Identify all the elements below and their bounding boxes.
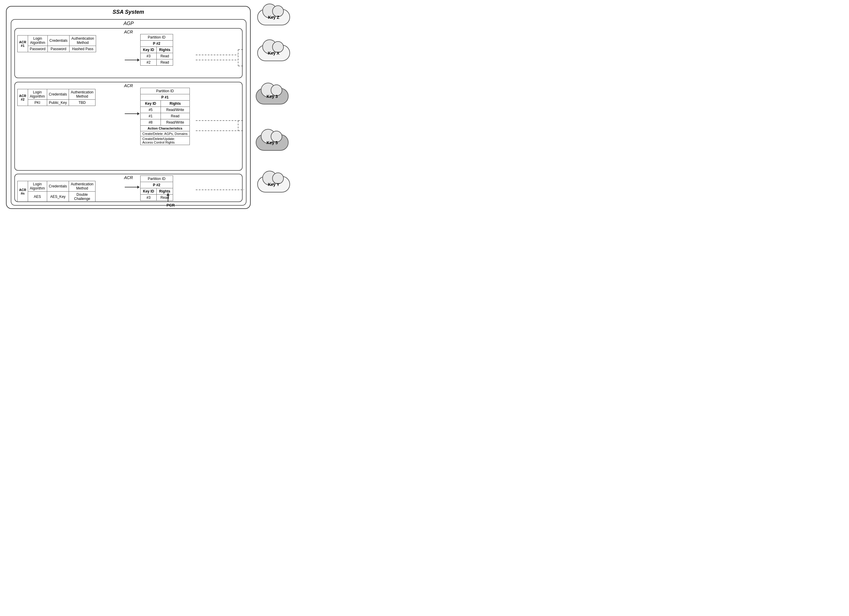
acr2-v3: TBD: [69, 100, 95, 106]
acr1-h2: Credentials: [48, 36, 70, 46]
cloud-key5-label: Key 5: [267, 140, 277, 145]
p1-sub: P #2: [140, 40, 173, 47]
acr3-h1: LoginAlgorithm: [28, 181, 47, 192]
acr3-v2: AES_Key: [47, 192, 69, 202]
p2-col2: Rights: [161, 101, 189, 107]
partition1-table: Partition ID P #2 Key ID Rights #3 Read …: [140, 34, 173, 66]
p2-row2-right: Read: [161, 113, 189, 119]
acr3-h2: Credentials: [47, 181, 69, 192]
acr2-h3: AuthenticationMethod: [69, 89, 95, 100]
p2-action2: Create/Delete/Update:Access Control Righ…: [140, 136, 190, 145]
partition2-table: Partition ID P #1 Key ID Rights #5 Read/…: [140, 88, 190, 145]
p1-row2-id: #2: [140, 60, 157, 66]
acr3-id: ACR#n: [18, 181, 28, 202]
cloud-keyz-label: Key Z: [268, 15, 279, 20]
p1-col1: Key ID: [140, 47, 157, 53]
acr1-table-wrap: ACR#1 LoginAlgorithm Credentials Authent…: [17, 35, 96, 52]
cloud-keyz: Key Z: [257, 9, 290, 25]
acr1-v2: Password: [48, 46, 70, 52]
main-title: SSA System: [7, 7, 250, 16]
acr-row-1: ACR ACR#1 LoginAlgorithm Credentials Aut…: [14, 28, 243, 78]
acr1-h1: LoginAlgorithm: [28, 36, 48, 46]
p2-row1-right: Read/Write: [161, 107, 189, 113]
pcr-arrow: [164, 193, 173, 203]
acr3-h3: AuthenticationMethod: [69, 181, 95, 192]
cloud-keyy-label: Key Y: [268, 182, 280, 187]
acr3-title: ACR: [15, 174, 242, 181]
pcr-label: PCR: [167, 203, 174, 207]
main-container: SSA System AGP ACR ACR#1 LoginAlgorithm …: [6, 6, 251, 209]
p1-row2-right: Read: [157, 60, 173, 66]
acr2-v2: Public_Key: [47, 100, 69, 106]
cloud-keyx: Key X: [257, 45, 290, 61]
cloud-key3-label: Key 3: [267, 94, 277, 99]
arrow2-line: [125, 113, 137, 114]
p2-action1: Create/Delete: AGPs, Domains: [140, 131, 190, 136]
cloud-key5: Key 5: [256, 134, 289, 151]
arrow3: [125, 186, 140, 189]
p2-row2-id: #1: [140, 113, 161, 119]
p1-title: Partition ID: [140, 34, 173, 40]
acr1-table: ACR#1 LoginAlgorithm Credentials Authent…: [17, 35, 96, 52]
cloud-keyy: Key Y: [257, 176, 290, 192]
arrow3-line: [125, 187, 137, 188]
p2-action-title: Action Characteristics: [140, 126, 190, 131]
agp-container: AGP ACR ACR#1 LoginAlgorithm Credentials…: [11, 19, 246, 206]
p1-row1-id: #3: [140, 53, 157, 60]
acr3-table: ACR#n LoginAlgorithm Credentials Authent…: [17, 181, 95, 202]
acr2-v1: PKI: [28, 100, 47, 106]
arrow1-line: [125, 60, 137, 60]
acr1-h3: AuthenticationMethod: [70, 36, 96, 46]
partition2-wrap: Partition ID P #1 Key ID Rights #5 Read/…: [140, 88, 190, 145]
p2-row3-id: #8: [140, 119, 161, 126]
p1-col2: Rights: [157, 47, 173, 53]
acr2-h1: LoginAlgorithm: [28, 89, 47, 100]
acr-row-2: ACR ACR#2 LoginAlgorithm Credentials Aut…: [14, 82, 243, 171]
p3-col1: Key ID: [140, 188, 157, 195]
acr2-table-wrap: ACR#2 LoginAlgorithm Credentials Authent…: [17, 89, 95, 106]
p1-row1-right: Read: [157, 53, 173, 60]
p2-row1-id: #5: [140, 107, 161, 113]
acr3-v1: AES: [28, 192, 47, 202]
p3-title: Partition ID: [140, 176, 173, 182]
acr1-title: ACR: [15, 29, 242, 35]
acr1-v1: Password: [28, 46, 48, 52]
agp-title: AGP: [11, 20, 246, 27]
acr1-v3: Hashed Pass: [70, 46, 96, 52]
p2-col1: Key ID: [140, 101, 161, 107]
acr3-table-wrap: ACR#n LoginAlgorithm Credentials Authent…: [17, 181, 95, 202]
acr2-h2: Credentials: [47, 89, 69, 100]
p2-row3-right: Read/Write: [161, 119, 189, 126]
acr-row-3: ACR ACR#n LoginAlgorithm Credentials Aut…: [14, 174, 243, 202]
p2-sub: P #1: [140, 94, 190, 101]
acr2-table: ACR#2 LoginAlgorithm Credentials Authent…: [17, 89, 95, 106]
arrow1: [125, 58, 140, 61]
svg-marker-1: [167, 193, 170, 196]
arrow2: [125, 112, 140, 115]
arrow2-head: [137, 112, 140, 115]
cloud-keyx-label: Key X: [268, 51, 280, 55]
arrow3-head: [137, 186, 140, 189]
cloud-key3: Key 3: [256, 88, 289, 104]
p3-sub: P #2: [140, 182, 173, 188]
acr2-title: ACR: [15, 82, 242, 89]
p3-row1-id: #3: [140, 195, 157, 201]
p2-title: Partition ID: [140, 88, 190, 94]
acr3-v3: DoubleChallenge: [69, 192, 95, 202]
acr2-id: ACR#2: [18, 89, 28, 106]
arrow1-head: [137, 58, 140, 61]
partition1-wrap: Partition ID P #2 Key ID Rights #3 Read …: [140, 34, 173, 66]
acr1-id: ACR#1: [18, 36, 28, 52]
